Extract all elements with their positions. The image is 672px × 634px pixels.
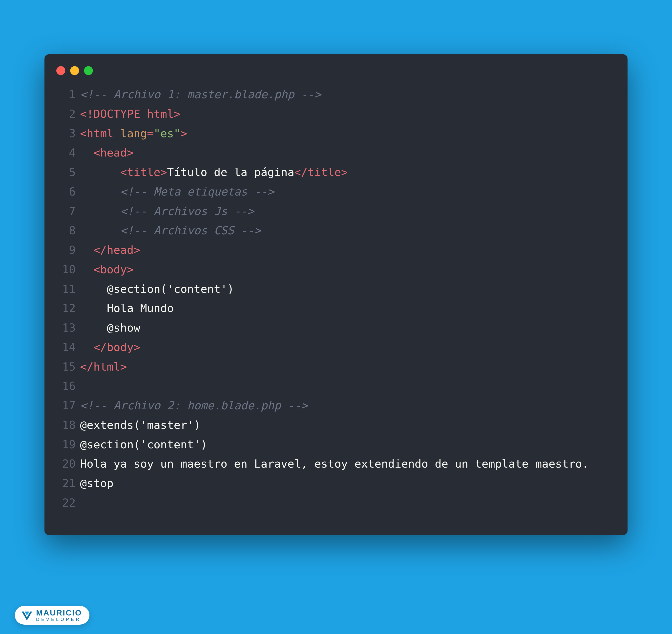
line-content: <html lang="es"> — [80, 124, 620, 143]
line-number: 1 — [52, 85, 80, 104]
brand-logo-icon — [21, 609, 33, 621]
line-number: 3 — [52, 124, 80, 143]
line-content: @section('content') — [80, 435, 620, 455]
page-wrapper: 1<!-- Archivo 1: master.blade.php -->2<!… — [0, 0, 672, 535]
code-line: 19@section('content') — [52, 435, 620, 455]
code-line: 7 <!-- Archivos Js --> — [52, 202, 620, 221]
line-content: <body> — [80, 260, 620, 279]
code-line: 12 Hola Mundo — [52, 299, 620, 318]
code-line: 4 <head> — [52, 143, 620, 163]
code-line: 3<html lang="es"> — [52, 124, 620, 143]
line-number: 8 — [52, 221, 80, 241]
line-number: 6 — [52, 182, 80, 202]
code-line: 16 — [52, 376, 620, 396]
line-number: 14 — [52, 338, 80, 357]
line-number: 15 — [52, 357, 80, 377]
code-line: 15</html> — [52, 357, 620, 377]
code-window: 1<!-- Archivo 1: master.blade.php -->2<!… — [44, 54, 628, 535]
line-content: <title>Título de la página</title> — [80, 163, 620, 182]
line-content: <head> — [80, 143, 620, 163]
code-line: 11 @section('content') — [52, 279, 620, 299]
line-content: </head> — [80, 241, 620, 260]
line-content: <!-- Archivo 1: master.blade.php --> — [80, 85, 620, 104]
line-number: 22 — [52, 493, 80, 513]
line-number: 11 — [52, 279, 80, 299]
code-line: 5 <title>Título de la página</title> — [52, 163, 620, 182]
line-number: 20 — [52, 454, 80, 474]
code-line: 8 <!-- Archivos CSS --> — [52, 221, 620, 241]
window-titlebar — [44, 54, 628, 80]
brand-text: MAURICIO DEVELOPER — [36, 609, 82, 621]
code-line: 21@stop — [52, 474, 620, 493]
line-content: @stop — [80, 474, 620, 493]
zoom-icon[interactable] — [84, 66, 93, 75]
line-number: 13 — [52, 318, 80, 338]
line-content: @extends('master') — [80, 415, 620, 435]
code-line: 17<!-- Archivo 2: home.blade.php --> — [52, 396, 620, 415]
line-content: <!-- Archivos CSS --> — [80, 221, 620, 241]
code-line: 14 </body> — [52, 338, 620, 357]
code-line: 2<!DOCTYPE html> — [52, 104, 620, 124]
line-content: Hola Mundo — [80, 299, 620, 318]
line-number: 19 — [52, 435, 80, 455]
line-number: 16 — [52, 376, 80, 396]
line-content: </body> — [80, 338, 620, 357]
line-number: 2 — [52, 104, 80, 124]
brand-subtitle: DEVELOPER — [36, 617, 82, 621]
line-number: 7 — [52, 202, 80, 221]
line-content: </html> — [80, 357, 620, 377]
line-number: 21 — [52, 474, 80, 493]
line-number: 4 — [52, 143, 80, 163]
line-number: 18 — [52, 415, 80, 435]
line-number: 17 — [52, 396, 80, 415]
line-number: 10 — [52, 260, 80, 279]
code-line: 18@extends('master') — [52, 415, 620, 435]
code-block[interactable]: 1<!-- Archivo 1: master.blade.php -->2<!… — [44, 80, 628, 520]
minimize-icon[interactable] — [70, 66, 79, 75]
code-line: 6 <!-- Meta etiquetas --> — [52, 182, 620, 202]
line-content: @section('content') — [80, 279, 620, 299]
code-line: 20Hola ya soy un maestro en Laravel, est… — [52, 454, 620, 474]
footer-badge: MAURICIO DEVELOPER — [15, 606, 89, 625]
code-line: 10 <body> — [52, 260, 620, 279]
code-line: 13 @show — [52, 318, 620, 338]
line-content: <!-- Archivo 2: home.blade.php --> — [80, 396, 620, 415]
line-number: 5 — [52, 163, 80, 182]
line-content: Hola ya soy un maestro en Laravel, estoy… — [80, 454, 620, 474]
code-line: 1<!-- Archivo 1: master.blade.php --> — [52, 85, 620, 104]
brand-name: MAURICIO — [36, 609, 82, 617]
line-content: <!DOCTYPE html> — [80, 104, 620, 124]
line-content: @show — [80, 318, 620, 338]
line-content: <!-- Archivos Js --> — [80, 202, 620, 221]
line-number: 12 — [52, 299, 80, 318]
brand-badge[interactable]: MAURICIO DEVELOPER — [15, 606, 89, 625]
code-line: 9 </head> — [52, 241, 620, 260]
code-line: 22 — [52, 493, 620, 513]
line-number: 9 — [52, 241, 80, 260]
close-icon[interactable] — [56, 66, 65, 75]
line-content: <!-- Meta etiquetas --> — [80, 182, 620, 202]
